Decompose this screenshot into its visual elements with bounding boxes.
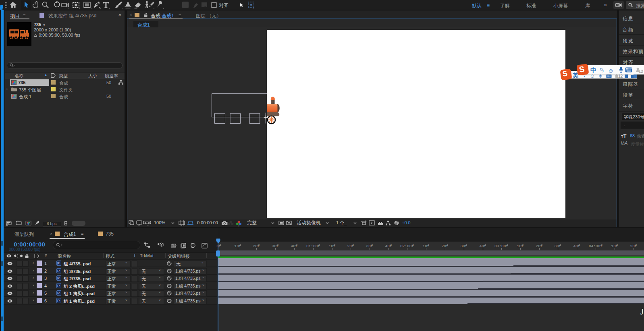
svg-text:P: P bbox=[57, 261, 60, 265]
svg-text:100%: 100% bbox=[154, 220, 165, 225]
svg-text:对齐: 对齐 bbox=[219, 2, 229, 8]
svg-text:完整: 完整 bbox=[247, 220, 257, 225]
svg-text:P: P bbox=[57, 276, 60, 280]
svg-text:活动摄像机: 活动摄像机 bbox=[297, 220, 321, 225]
svg-text:P: P bbox=[57, 299, 60, 303]
svg-text:+0.0: +0.0 bbox=[402, 220, 411, 225]
svg-text:P: P bbox=[57, 269, 60, 273]
svg-text:1 个_: 1 个_ bbox=[336, 220, 347, 225]
svg-text:0:00:00:00: 0:00:00:00 bbox=[197, 220, 218, 225]
svg-text:12: 12 bbox=[639, 69, 644, 74]
svg-text:P: P bbox=[57, 284, 60, 288]
svg-text:P: P bbox=[57, 291, 60, 295]
